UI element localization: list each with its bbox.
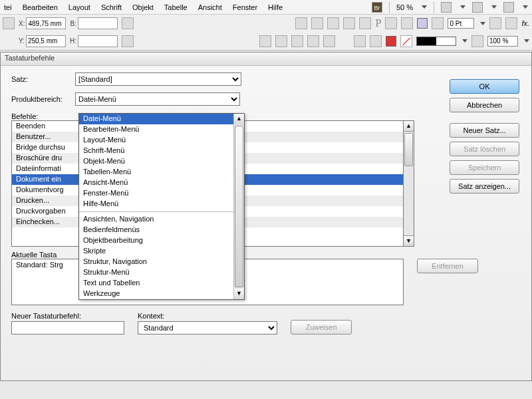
- distribute-icon[interactable]: [401, 17, 413, 29]
- stroke-style-dropdown-icon[interactable]: [462, 39, 467, 43]
- menu-tabelle[interactable]: Tabelle: [164, 3, 188, 11]
- stroke-weight-input[interactable]: [448, 18, 474, 29]
- dropdown-item[interactable]: Tabellen-Menü: [79, 167, 233, 178]
- cancel-button[interactable]: Abbrechen: [450, 98, 519, 112]
- dropdown-item[interactable]: Layout-Menü: [79, 135, 233, 146]
- reference-point-icon[interactable]: [3, 17, 15, 29]
- paragraph-icon[interactable]: P: [375, 17, 381, 29]
- align-icon[interactable]: [354, 35, 366, 47]
- scroll-thumb[interactable]: [235, 126, 243, 287]
- commands-scrollbar[interactable]: ▲ ▼: [404, 120, 414, 247]
- control-panel: X: B: P fx. Y: H:: [0, 15, 532, 51]
- menubar: tei Bearbeiten Layout Schrift Objekt Tab…: [0, 0, 532, 15]
- dropdown-item[interactable]: Objekt-Menü: [79, 156, 233, 167]
- save-button[interactable]: Speichern: [450, 160, 519, 175]
- dropdown-item[interactable]: Struktur-Menü: [79, 267, 233, 278]
- wrap-icon[interactable]: [505, 17, 517, 29]
- tool-icon[interactable]: [295, 17, 307, 29]
- assign-button[interactable]: Zuweisen: [291, 320, 352, 334]
- menu-fenster[interactable]: Fenster: [233, 3, 257, 11]
- view-options-icon[interactable]: [441, 2, 452, 13]
- tool-icon[interactable]: [327, 17, 339, 29]
- screen-mode-dropdown-icon[interactable]: [491, 5, 497, 9]
- menu-ansicht[interactable]: Ansicht: [198, 3, 222, 11]
- dropdown-item[interactable]: Text und Tabellen: [79, 278, 233, 289]
- stroke-swatch[interactable]: [386, 36, 396, 47]
- tool-icon[interactable]: [311, 17, 323, 29]
- no-stroke-icon[interactable]: [400, 35, 412, 47]
- w-input[interactable]: [78, 17, 118, 29]
- scroll-thumb[interactable]: [404, 133, 413, 166]
- zoom-level[interactable]: 50 %: [396, 3, 413, 11]
- zoom-dropdown-icon[interactable]: [422, 5, 427, 9]
- arrange-icon[interactable]: [503, 2, 514, 13]
- dropdown-item[interactable]: Ansichten, Navigation: [79, 214, 233, 225]
- menu-datei[interactable]: tei: [4, 3, 12, 11]
- h-label: H:: [70, 37, 76, 45]
- view-options-dropdown-icon[interactable]: [460, 5, 466, 9]
- product-area-dropdown[interactable]: Datei-MenüBearbeiten-MenüLayout-MenüSchr…: [78, 113, 245, 300]
- flip-h-icon[interactable]: [359, 17, 371, 29]
- dropdown-item[interactable]: Werkzeuge: [79, 289, 233, 299]
- opacity-icon[interactable]: [471, 35, 483, 47]
- distribute-icon[interactable]: [370, 35, 382, 47]
- bridge-icon[interactable]: Br: [372, 2, 382, 13]
- delete-set-button[interactable]: Satz löschen: [450, 142, 519, 156]
- dropdown-item[interactable]: Bedienfeldmenüs: [79, 225, 233, 235]
- tool-icon[interactable]: [291, 35, 303, 47]
- stroke-icon[interactable]: [432, 17, 444, 29]
- dropdown-item[interactable]: Skripte: [79, 246, 233, 257]
- stroke-weight-dropdown-icon[interactable]: [480, 22, 485, 25]
- scroll-down-icon[interactable]: ▼: [404, 235, 414, 246]
- dropdown-item[interactable]: Objektbearbeitung: [79, 235, 233, 246]
- separator: [389, 1, 390, 13]
- rotate-icon[interactable]: [343, 17, 355, 29]
- new-shortcut-input[interactable]: [11, 321, 124, 334]
- h-input[interactable]: [78, 35, 118, 47]
- ok-button[interactable]: OK: [450, 79, 519, 94]
- scroll-down-icon[interactable]: ▼: [234, 289, 244, 299]
- tool-icon[interactable]: [275, 35, 287, 47]
- fill-swatch[interactable]: [417, 18, 428, 29]
- menu-schrift[interactable]: Schrift: [101, 3, 122, 11]
- y-input[interactable]: [26, 35, 66, 47]
- constrain-icon[interactable]: [122, 17, 134, 29]
- dropdown-item[interactable]: Datei-Menü: [79, 114, 233, 124]
- remove-button[interactable]: Entfernen: [417, 259, 478, 273]
- effects-icon[interactable]: [489, 17, 501, 29]
- opacity-dropdown-icon[interactable]: [524, 39, 529, 43]
- menu-layout[interactable]: Layout: [68, 3, 90, 11]
- constrain-icon[interactable]: [122, 35, 134, 47]
- shear-icon[interactable]: [307, 35, 319, 47]
- flip-v-icon[interactable]: [323, 35, 335, 47]
- dropdown-item[interactable]: Struktur, Navigation: [79, 257, 233, 267]
- new-set-button[interactable]: Neuer Satz...: [450, 123, 519, 138]
- screen-mode-icon[interactable]: [472, 2, 483, 13]
- dropdown-item[interactable]: Schrift-Menü: [79, 146, 233, 156]
- show-set-button[interactable]: Satz anzeigen...: [450, 179, 519, 194]
- tool-icon[interactable]: [259, 35, 271, 47]
- opacity-input[interactable]: [487, 36, 518, 47]
- menu-objekt[interactable]: Objekt: [132, 3, 154, 11]
- dropdown-scrollbar[interactable]: ▲ ▼: [233, 114, 244, 299]
- product-area-select[interactable]: Datei-Menü: [75, 92, 240, 106]
- menu-hilfe[interactable]: Hilfe: [268, 3, 283, 11]
- product-area-label: Produktbereich:: [11, 95, 71, 103]
- context-select[interactable]: Standard: [138, 321, 277, 334]
- arrange-dropdown-icon[interactable]: [523, 5, 528, 9]
- scroll-up-icon[interactable]: ▲: [234, 114, 244, 124]
- set-label: Satz:: [11, 75, 71, 83]
- fx-label[interactable]: fx.: [521, 19, 529, 27]
- dropdown-item[interactable]: Fenster-Menü: [79, 188, 233, 199]
- scroll-up-icon[interactable]: ▲: [404, 121, 414, 132]
- separator: [434, 1, 434, 13]
- align-icon[interactable]: [385, 17, 397, 29]
- set-select[interactable]: [Standard]: [75, 72, 241, 86]
- y-label: Y:: [19, 37, 25, 45]
- x-input[interactable]: [26, 17, 66, 29]
- menu-bearbeiten[interactable]: Bearbeiten: [23, 3, 58, 11]
- dropdown-item[interactable]: Bearbeiten-Menü: [79, 124, 233, 135]
- dropdown-item[interactable]: Hilfe-Menü: [79, 199, 233, 209]
- dropdown-item[interactable]: Ansicht-Menü: [79, 178, 233, 188]
- stroke-style-preview[interactable]: [416, 37, 456, 46]
